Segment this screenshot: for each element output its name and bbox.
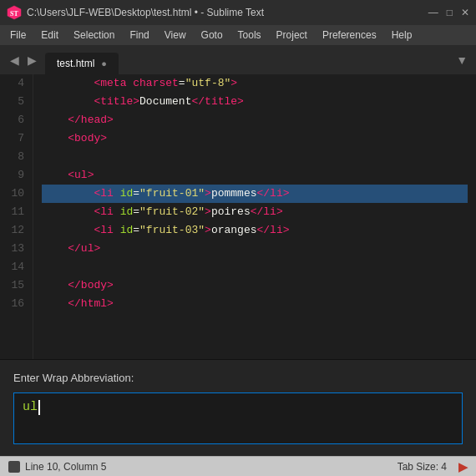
line-number: 10 (8, 185, 24, 203)
status-arrow-icon[interactable]: ▶ (458, 460, 468, 473)
menu-item-project[interactable]: Project (270, 28, 314, 43)
svg-text:ST: ST (10, 10, 18, 18)
close-button[interactable]: ✕ (461, 7, 469, 18)
code-line: <meta charset="utf-8"> (42, 74, 468, 93)
wrap-input-box[interactable]: ul (13, 392, 463, 444)
code-line: </head> (42, 111, 468, 129)
menu-item-preferences[interactable]: Preferences (316, 28, 383, 43)
cursor (38, 400, 40, 415)
wrap-input-value: ul (23, 400, 38, 414)
line-number: 8 (8, 148, 24, 166)
line-number: 6 (8, 111, 24, 129)
menu-item-tools[interactable]: Tools (231, 28, 268, 43)
tab-test-html[interactable]: test.html ● (45, 53, 119, 74)
status-bar: Line 10, Column 5 Tab Size: 4 ▶ (0, 456, 476, 476)
line-number: 4 (8, 74, 24, 93)
line-number: 7 (8, 129, 24, 148)
tab-bar: ◀ ▶ test.html ● ▼ (0, 45, 476, 74)
code-line: </ul> (42, 240, 468, 258)
menu-item-find[interactable]: Find (123, 28, 155, 43)
maximize-button[interactable]: □ (447, 7, 453, 18)
status-indicator-icon (8, 461, 20, 473)
code-area[interactable]: <meta charset="utf-8"> <title>Document</… (33, 74, 476, 359)
status-right: Tab Size: 4 ▶ (398, 460, 468, 473)
code-line (42, 258, 468, 276)
code-line: <li id="fruit-01">pommmes</li> (42, 185, 468, 203)
line-number: 12 (8, 221, 24, 240)
window-title: C:\Users\JLF-WEB\Desktop\test.html • - S… (27, 7, 264, 18)
line-number: 13 (8, 240, 24, 258)
line-number: 11 (8, 203, 24, 221)
code-line: <body> (42, 129, 468, 148)
code-line: <title>Document</title> (42, 93, 468, 111)
line-numbers: 45678910111213141516 (0, 74, 33, 359)
editor: 45678910111213141516 <meta charset="utf-… (0, 74, 476, 359)
code-line: <li id="fruit-02">poires</li> (42, 203, 468, 221)
menu-item-view[interactable]: View (158, 28, 193, 43)
menu-bar: FileEditSelectionFindViewGotoToolsProjec… (0, 25, 476, 45)
title-bar: ST C:\Users\JLF-WEB\Desktop\test.html • … (0, 0, 476, 25)
title-left: ST C:\Users\JLF-WEB\Desktop\test.html • … (7, 5, 264, 20)
line-number: 5 (8, 93, 24, 111)
line-number: 16 (8, 295, 24, 313)
menu-item-edit[interactable]: Edit (34, 28, 65, 43)
line-number: 14 (8, 258, 24, 276)
code-line: </html> (42, 295, 468, 313)
code-line: <ul> (42, 166, 468, 185)
minimize-button[interactable]: — (428, 7, 438, 18)
wrap-abbreviation-area: Enter Wrap Abbreviation: ul (0, 359, 476, 456)
tab-left-arrow[interactable]: ◀ (7, 48, 23, 72)
code-line: </body> (42, 276, 468, 295)
menu-item-selection[interactable]: Selection (67, 28, 121, 43)
wrap-label: Enter Wrap Abbreviation: (13, 372, 463, 384)
line-number: 15 (8, 276, 24, 295)
code-line (42, 148, 468, 166)
tab-name: test.html (57, 58, 94, 69)
status-left: Line 10, Column 5 (8, 461, 106, 473)
app-icon: ST (7, 5, 22, 20)
tab-close-icon[interactable]: ● (101, 58, 107, 68)
tab-right-arrow[interactable]: ▶ (24, 48, 40, 72)
menu-item-help[interactable]: Help (385, 28, 419, 43)
menu-item-file[interactable]: File (3, 28, 33, 43)
tab-size-label: Tab Size: 4 (398, 461, 447, 473)
menu-item-goto[interactable]: Goto (195, 28, 230, 43)
code-line: <li id="fruit-03">oranges</li> (42, 221, 468, 240)
line-number: 9 (8, 166, 24, 185)
window-controls: — □ ✕ (428, 7, 469, 18)
tab-overflow-button[interactable]: ▼ (451, 50, 473, 70)
cursor-position: Line 10, Column 5 (25, 461, 106, 473)
